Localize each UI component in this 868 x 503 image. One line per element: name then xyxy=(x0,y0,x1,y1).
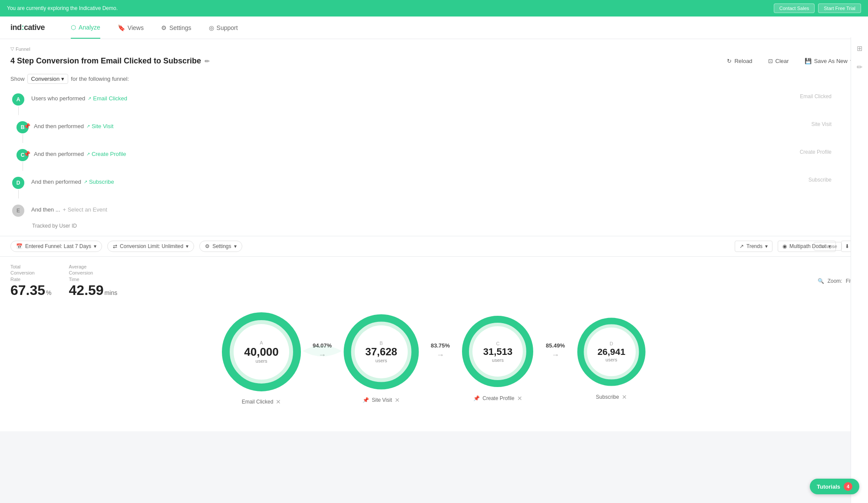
chart-area: A 40,000 users Email Clicked ✕ 94.07% → xyxy=(0,302,868,431)
step-b-event[interactable]: ↗ Site Visit xyxy=(86,123,113,129)
edit-title-icon[interactable]: ✏ xyxy=(205,58,210,65)
demo-banner: You are currently exploring the Indicati… xyxy=(0,0,868,17)
step-content-c: And then performed ↗ Create Profile xyxy=(34,149,800,157)
step-content-b: And then performed ↗ Site Visit xyxy=(34,121,812,129)
panel-header: 4 Step Conversion from Email Clicked to … xyxy=(10,55,858,67)
step-badge-a: A xyxy=(12,93,24,106)
conversion-dropdown[interactable]: Conversion ▾ xyxy=(27,74,69,84)
donut-item-b: B 37,628 users 📌 Site Visit ✕ xyxy=(342,312,421,404)
clear-icon: ⊡ xyxy=(768,58,773,64)
wave-svg-ab xyxy=(303,338,342,364)
entered-funnel-filter[interactable]: 📅 Entered Funnel: Last 7 Days ▾ xyxy=(10,241,102,252)
step-row-c: 📌 C And then performed ↗ Create Profile … xyxy=(10,146,858,174)
close-a-icon[interactable]: ✕ xyxy=(276,398,281,405)
total-conversion-metric: Total Conversion Rate 67.35 % xyxy=(10,264,52,298)
donut-icon: ◉ xyxy=(782,243,787,249)
donut-item-c: C 31,513 users 📌 Create Profile ✕ xyxy=(460,314,536,402)
reload-icon: ↻ xyxy=(727,58,732,64)
donut-item-a: A 40,000 users Email Clicked ✕ xyxy=(220,311,303,405)
conversion-icon: ⇄ xyxy=(113,243,117,249)
right-panel: ⊞ ✏ xyxy=(851,37,868,431)
trends-chevron-icon: ▾ xyxy=(765,243,768,249)
zoom-icon: 🔍 xyxy=(818,278,824,284)
panel-title: 4 Step Conversion from Email Clicked to … xyxy=(10,56,210,66)
start-trial-button[interactable]: Start Free Trial xyxy=(818,3,861,13)
main-nav: ind:cative ⬡ Analyze 🔖 Views ⚙ Settings … xyxy=(0,17,868,39)
nav-views[interactable]: 🔖 Views xyxy=(118,17,144,39)
close-d-icon[interactable]: ✕ xyxy=(622,394,627,400)
reload-button[interactable]: ↻ Reload xyxy=(723,55,756,67)
close-c-icon[interactable]: ✕ xyxy=(517,395,522,402)
download-icon: ⬇ xyxy=(845,243,849,249)
funnel-icon: ▽ xyxy=(10,46,14,52)
step-badge-e: E xyxy=(12,205,24,217)
connector-a-b: 94.07% → xyxy=(303,342,342,360)
donut-center-c: C 31,513 users xyxy=(483,341,512,363)
pin-c-bottom-icon: 📌 xyxy=(473,395,480,401)
step-c-right-label: Create Profile xyxy=(800,149,858,155)
nav-settings[interactable]: ⚙ Settings xyxy=(161,17,191,39)
step-row-b: 📌 B And then performed ↗ Site Visit Site… xyxy=(10,119,858,146)
settings-filter[interactable]: ⚙ Settings ▾ xyxy=(199,241,242,252)
step-row-a: A Users who performed ↗ Email Clicked Em… xyxy=(10,91,858,119)
step-row-e: E And then ... + Select an Event xyxy=(10,202,858,219)
step-a-right-label: Email Clicked xyxy=(800,93,858,99)
close-b-icon[interactable]: ✕ xyxy=(395,397,400,404)
step-connector-e: E xyxy=(10,205,26,217)
step-a-event[interactable]: ↗ Email Clicked xyxy=(88,95,127,102)
contact-sales-button[interactable]: Contact Sales xyxy=(774,3,815,13)
trends-button[interactable]: ↗ Trends ▾ xyxy=(735,241,772,252)
step-arrow-a xyxy=(18,106,19,115)
step-d-right-label: Subscribe xyxy=(809,177,858,183)
support-icon: ◎ xyxy=(209,24,214,31)
donut-label-b: 📌 Site Visit ✕ xyxy=(363,397,399,404)
trend-icon-d: ↗ xyxy=(84,179,87,184)
step-content-e: And then ... + Select an Event xyxy=(31,205,858,213)
views-icon: 🔖 xyxy=(118,24,125,31)
donut-center-b: B 37,628 users xyxy=(365,341,397,363)
avg-time-label: Average Conversion Time xyxy=(69,264,93,282)
save-as-new-button[interactable]: 💾 Save As New ▾ xyxy=(800,55,858,67)
step-row-d: D And then performed ↗ Subscribe Subscri… xyxy=(10,174,858,202)
trend-icon-c: ↗ xyxy=(86,152,90,156)
edit-icon[interactable]: ✏ xyxy=(855,61,864,73)
donut-label-c: 📌 Create Profile ✕ xyxy=(473,395,522,402)
query-panel: ▽ Funnel 4 Step Conversion from Email Cl… xyxy=(0,39,868,236)
total-conversion-value: 67.35 % xyxy=(10,282,52,298)
connector-c-d: 85.49% → xyxy=(536,342,575,360)
step-badge-d: D xyxy=(12,177,24,189)
filter-chevron-icon: ▾ xyxy=(94,243,96,249)
conversion-limit-filter[interactable]: ⇄ Conversion Limit: Unlimited ▾ xyxy=(107,241,194,252)
clear-button[interactable]: ⊡ Clear xyxy=(764,55,793,67)
donut-item-d: D 26,941 users Subscribe ✕ xyxy=(575,315,648,400)
show-conversion-row: Show Conversion ▾ for the following funn… xyxy=(10,74,858,84)
conversion-chevron-icon: ▾ xyxy=(186,243,188,249)
save-icon: 💾 xyxy=(805,58,812,64)
demo-banner-buttons: Contact Sales Start Free Trial xyxy=(774,3,861,13)
panel-actions: ↻ Reload ⊡ Clear 💾 Save As New ▾ xyxy=(723,55,858,67)
breadcrumb: ▽ Funnel xyxy=(10,46,858,52)
donut-circle-c: C 31,513 users xyxy=(460,314,536,390)
donut-circle-a: A 40,000 users xyxy=(220,311,303,393)
nav-support[interactable]: ◎ Support xyxy=(209,17,238,39)
step-arrow-c xyxy=(23,162,23,171)
collapse-button[interactable]: Collapse xyxy=(814,242,842,251)
step-d-event[interactable]: ↗ Subscribe xyxy=(84,179,114,185)
nav-analyze[interactable]: ⬡ Analyze xyxy=(71,17,100,39)
filter-bar: 📅 Entered Funnel: Last 7 Days ▾ ⇄ Conver… xyxy=(0,236,868,257)
donut-center-d: D 26,941 users xyxy=(597,341,625,362)
donut-label-a: Email Clicked ✕ xyxy=(242,398,281,405)
metrics-row: Total Conversion Rate 67.35 % Average Co… xyxy=(0,257,868,302)
step-arrow-b xyxy=(23,134,23,143)
calendar-icon: 📅 xyxy=(16,243,23,249)
step-c-event[interactable]: ↗ Create Profile xyxy=(86,151,126,157)
conversion-chevron-icon: ▾ xyxy=(61,76,64,82)
donut-circle-d: D 26,941 users xyxy=(575,315,648,388)
select-event-link[interactable]: + Select an Event xyxy=(63,206,107,213)
steps-container: A Users who performed ↗ Email Clicked Em… xyxy=(10,91,858,219)
grid-icon[interactable]: ⊞ xyxy=(855,43,864,54)
step-content-a: Users who performed ↗ Email Clicked xyxy=(31,93,800,102)
demo-banner-text: You are currently exploring the Indicati… xyxy=(7,5,118,11)
total-conversion-label: Total Conversion Rate xyxy=(10,264,35,282)
tracked-by: Tracked by User ID xyxy=(10,223,858,229)
